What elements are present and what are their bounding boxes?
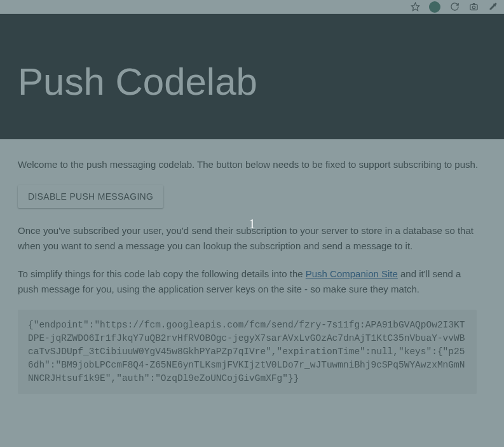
page-title: Push Codelab	[18, 60, 504, 104]
page-header: Push Codelab	[0, 14, 504, 139]
tag-icon[interactable]	[429, 1, 440, 13]
subscription-json-box[interactable]: {"endpoint":"https://fcm.googleapis.com/…	[18, 310, 477, 394]
simplify-text: To simplify things for this code lab cop…	[18, 266, 483, 297]
svg-marker-0	[411, 3, 419, 11]
companion-site-link[interactable]: Push Companion Site	[306, 268, 398, 279]
top-toolbar	[0, 0, 504, 14]
star-icon[interactable]	[410, 2, 420, 12]
eyedropper-icon[interactable]	[487, 2, 498, 12]
simplify-pre: To simplify things for this code lab cop…	[18, 268, 306, 279]
overlay-indicator: 1	[249, 216, 255, 231]
main-content: Welcome to the push messaging codelab. T…	[0, 139, 483, 394]
svg-rect-1	[470, 4, 477, 10]
intro-text: Welcome to the push messaging codelab. T…	[18, 157, 483, 172]
camera-icon[interactable]	[468, 2, 479, 12]
toggle-push-button[interactable]: DISABLE PUSH MESSAGING	[18, 185, 163, 208]
refresh-icon[interactable]	[449, 2, 460, 12]
svg-point-2	[472, 6, 475, 8]
